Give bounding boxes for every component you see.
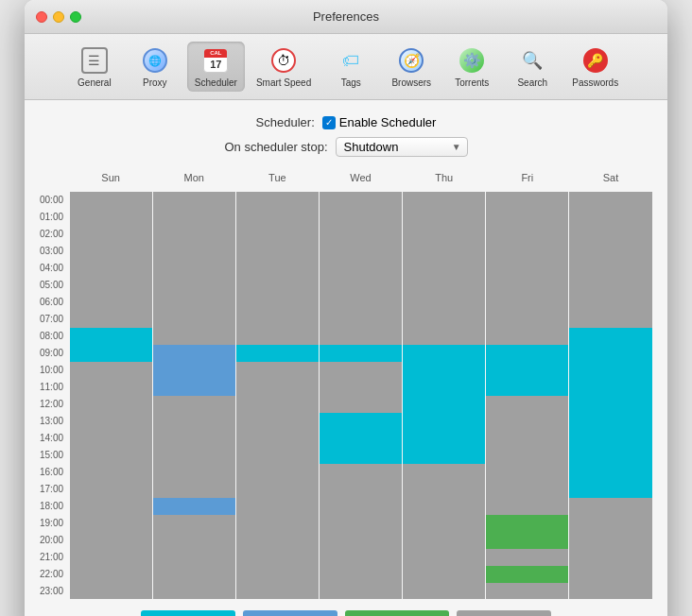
schedule-cell[interactable] [320, 396, 402, 413]
schedule-cell[interactable] [236, 498, 319, 515]
schedule-cell[interactable] [70, 583, 152, 600]
schedule-cell[interactable] [236, 566, 319, 583]
schedule-cell[interactable] [320, 294, 402, 311]
schedule-cell[interactable] [320, 549, 402, 566]
schedule-cell[interactable] [236, 379, 319, 396]
schedule-cell[interactable] [320, 566, 402, 583]
schedule-cell[interactable] [70, 447, 152, 464]
schedule-cell[interactable] [403, 311, 485, 328]
minimize-button[interactable] [53, 11, 64, 23]
schedule-cell[interactable] [320, 447, 402, 464]
schedule-cell[interactable] [486, 379, 568, 396]
schedule-cell[interactable] [153, 464, 235, 481]
schedule-cell[interactable] [569, 532, 651, 549]
schedule-cell[interactable] [236, 396, 319, 413]
schedule-cell[interactable] [236, 430, 319, 447]
schedule-cell[interactable] [320, 481, 402, 498]
schedule-cell[interactable] [236, 464, 319, 481]
schedule-cell[interactable] [403, 566, 485, 583]
schedule-cell[interactable] [403, 243, 485, 260]
schedule-cell[interactable] [403, 379, 485, 396]
schedule-cell[interactable] [486, 583, 568, 600]
schedule-cell[interactable] [486, 515, 568, 532]
schedule-cell[interactable] [569, 328, 651, 345]
schedule-cell[interactable] [320, 243, 402, 260]
schedule-cell[interactable] [320, 328, 402, 345]
enable-scheduler-checkbox[interactable]: ✓ [322, 116, 336, 129]
toolbar-item-tags[interactable]: 🏷 Tags [322, 42, 379, 92]
schedule-cell[interactable] [403, 362, 485, 379]
schedule-cell[interactable] [320, 209, 402, 226]
schedule-cell[interactable] [403, 192, 485, 209]
schedule-cell[interactable] [486, 362, 568, 379]
schedule-cell[interactable] [569, 515, 651, 532]
hour-row[interactable] [69, 395, 652, 412]
schedule-cell[interactable] [153, 345, 235, 362]
schedule-cell[interactable] [403, 396, 485, 413]
schedule-cell[interactable] [569, 311, 651, 328]
hour-row[interactable] [69, 565, 652, 582]
hour-row[interactable] [69, 446, 652, 463]
schedule-cell[interactable] [236, 192, 319, 209]
schedule-cell[interactable] [320, 311, 402, 328]
hour-row[interactable] [69, 429, 652, 446]
schedule-cell[interactable] [403, 345, 485, 362]
schedule-cell[interactable] [236, 345, 319, 362]
schedule-cell[interactable] [403, 226, 485, 243]
schedule-cell[interactable] [320, 226, 402, 243]
schedule-cell[interactable] [70, 362, 152, 379]
schedule-cell[interactable] [70, 192, 152, 209]
toolbar-item-torrents[interactable]: ⚙️ Torrents [443, 42, 500, 92]
schedule-cell[interactable] [236, 549, 319, 566]
schedule-cell[interactable] [70, 430, 152, 447]
schedule-cell[interactable] [569, 481, 651, 498]
schedule-cell[interactable] [486, 328, 568, 345]
schedule-cell[interactable] [486, 549, 568, 566]
schedule-cell[interactable] [70, 311, 152, 328]
schedule-cell[interactable] [403, 260, 485, 277]
schedule-cell[interactable] [569, 192, 651, 209]
hour-row[interactable] [69, 412, 652, 429]
hour-row[interactable] [69, 344, 652, 361]
schedule-cell[interactable] [320, 532, 402, 549]
schedule-cell[interactable] [236, 583, 319, 600]
schedule-cell[interactable] [486, 243, 568, 260]
schedule-cell[interactable] [70, 260, 152, 277]
hour-row[interactable] [69, 276, 652, 293]
hour-row[interactable] [69, 191, 652, 208]
hour-row[interactable] [69, 497, 652, 514]
hour-row[interactable] [69, 531, 652, 548]
toolbar-item-scheduler[interactable]: CAL 17 Scheduler [187, 42, 245, 92]
schedule-cell[interactable] [569, 498, 651, 515]
schedule-cell[interactable] [403, 498, 485, 515]
schedule-cell[interactable] [153, 549, 235, 566]
schedule-cell[interactable] [153, 515, 235, 532]
schedule-cell[interactable] [70, 277, 152, 294]
schedule-cell[interactable] [70, 498, 152, 515]
schedule-cell[interactable] [236, 209, 319, 226]
schedule-cell[interactable] [70, 396, 152, 413]
schedule-cell[interactable] [320, 583, 402, 600]
schedule-cell[interactable] [569, 464, 651, 481]
schedule-cell[interactable] [569, 583, 651, 600]
schedule-cell[interactable] [153, 294, 235, 311]
schedule-cell[interactable] [486, 209, 568, 226]
schedule-cell[interactable] [403, 413, 485, 430]
maximize-button[interactable] [70, 11, 81, 23]
schedule-cell[interactable] [153, 430, 235, 447]
toolbar-item-search[interactable]: 🔍 Search [504, 42, 561, 92]
schedule-cell[interactable] [70, 243, 152, 260]
schedule-cell[interactable] [153, 379, 235, 396]
schedule-cell[interactable] [70, 481, 152, 498]
toolbar-item-browsers[interactable]: 🧭 Browsers [383, 42, 440, 92]
schedule-cell[interactable] [153, 260, 235, 277]
hour-row[interactable] [69, 327, 652, 344]
toolbar-item-smart-speed[interactable]: ⏱ Smart Speed [249, 42, 319, 92]
schedule-cell[interactable] [569, 362, 651, 379]
hour-row[interactable] [69, 242, 652, 259]
schedule-cell[interactable] [569, 430, 651, 447]
schedule-cell[interactable] [320, 430, 402, 447]
schedule-cell[interactable] [569, 294, 651, 311]
hour-row[interactable] [69, 310, 652, 327]
schedule-cell[interactable] [569, 345, 651, 362]
